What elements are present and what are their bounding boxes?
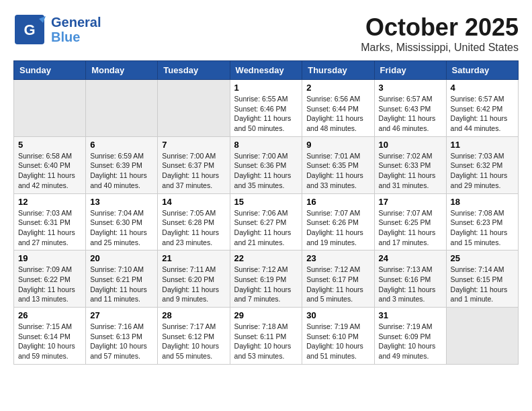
day-number: 6 [90,140,153,150]
day-info: Sunrise: 6:59 AM Sunset: 6:39 PM Dayligh… [90,151,153,191]
calendar-cell: 16Sunrise: 7:07 AM Sunset: 6:26 PM Dayli… [302,193,374,250]
logo-general: General [51,15,101,30]
day-number: 24 [379,253,442,263]
day-info: Sunrise: 7:14 AM Sunset: 6:15 PM Dayligh… [451,265,514,304]
day-info: Sunrise: 7:07 AM Sunset: 6:26 PM Dayligh… [306,208,369,248]
calendar-cell: 31Sunrise: 7:19 AM Sunset: 6:09 PM Dayli… [374,308,446,365]
calendar-week-1: 1Sunrise: 6:55 AM Sunset: 6:46 PM Daylig… [14,80,519,137]
day-info: Sunrise: 7:12 AM Sunset: 6:17 PM Dayligh… [306,265,369,304]
calendar-week-5: 26Sunrise: 7:15 AM Sunset: 6:14 PM Dayli… [14,308,519,365]
calendar-cell: 29Sunrise: 7:18 AM Sunset: 6:11 PM Dayli… [230,308,302,365]
calendar-cell: 6Sunrise: 6:59 AM Sunset: 6:39 PM Daylig… [86,136,158,193]
day-number: 28 [162,310,225,320]
day-info: Sunrise: 7:01 AM Sunset: 6:35 PM Dayligh… [306,151,369,191]
calendar-cell: 8Sunrise: 7:00 AM Sunset: 6:36 PM Daylig… [230,136,302,193]
header-sunday: Sunday [14,61,86,80]
day-info: Sunrise: 7:07 AM Sunset: 6:25 PM Dayligh… [379,208,442,248]
day-number: 12 [18,197,81,207]
calendar-cell: 14Sunrise: 7:05 AM Sunset: 6:28 PM Dayli… [158,193,230,250]
header-saturday: Saturday [446,61,518,80]
calendar-cell [14,80,86,137]
page-header: G General Blue October 2025 Marks, Missi… [13,13,519,54]
calendar-cell: 2Sunrise: 6:56 AM Sunset: 6:44 PM Daylig… [302,80,374,137]
svg-text:G: G [24,21,35,38]
header-tuesday: Tuesday [158,61,230,80]
day-number: 18 [451,197,514,207]
day-number: 15 [234,197,298,207]
calendar-cell: 9Sunrise: 7:01 AM Sunset: 6:35 PM Daylig… [302,136,374,193]
day-number: 20 [90,253,153,263]
calendar-cell: 23Sunrise: 7:12 AM Sunset: 6:17 PM Dayli… [302,250,374,308]
calendar-cell: 10Sunrise: 7:02 AM Sunset: 6:33 PM Dayli… [374,136,446,193]
calendar-table: SundayMondayTuesdayWednesdayThursdayFrid… [13,60,519,365]
day-info: Sunrise: 7:00 AM Sunset: 6:37 PM Dayligh… [162,151,225,191]
day-number: 23 [306,253,369,263]
calendar-week-3: 12Sunrise: 7:03 AM Sunset: 6:31 PM Dayli… [14,193,519,250]
calendar-cell: 26Sunrise: 7:15 AM Sunset: 6:14 PM Dayli… [14,308,86,365]
day-info: Sunrise: 7:10 AM Sunset: 6:21 PM Dayligh… [90,265,153,304]
day-info: Sunrise: 7:06 AM Sunset: 6:27 PM Dayligh… [234,208,298,248]
day-number: 9 [306,140,369,150]
day-number: 7 [162,140,225,150]
header-wednesday: Wednesday [230,61,302,80]
day-number: 16 [306,197,369,207]
calendar-cell: 17Sunrise: 7:07 AM Sunset: 6:25 PM Dayli… [374,193,446,250]
header-thursday: Thursday [302,61,374,80]
day-info: Sunrise: 7:08 AM Sunset: 6:23 PM Dayligh… [451,208,514,248]
calendar-cell: 3Sunrise: 6:57 AM Sunset: 6:43 PM Daylig… [374,80,446,137]
day-number: 4 [451,83,514,93]
day-info: Sunrise: 7:09 AM Sunset: 6:22 PM Dayligh… [18,265,81,304]
calendar-cell [86,80,158,137]
day-info: Sunrise: 7:18 AM Sunset: 6:11 PM Dayligh… [234,322,298,361]
day-number: 31 [379,310,442,320]
title-section: October 2025 Marks, Mississippi, United … [361,13,519,54]
day-info: Sunrise: 7:00 AM Sunset: 6:36 PM Dayligh… [234,151,298,191]
calendar-cell: 7Sunrise: 7:00 AM Sunset: 6:37 PM Daylig… [158,136,230,193]
calendar-cell: 28Sunrise: 7:17 AM Sunset: 6:12 PM Dayli… [158,308,230,365]
header-monday: Monday [86,61,158,80]
day-info: Sunrise: 7:19 AM Sunset: 6:09 PM Dayligh… [379,322,442,361]
day-number: 3 [379,83,442,93]
day-info: Sunrise: 7:05 AM Sunset: 6:28 PM Dayligh… [162,208,225,248]
day-number: 19 [18,253,81,263]
calendar-cell: 11Sunrise: 7:03 AM Sunset: 6:32 PM Dayli… [446,136,518,193]
day-info: Sunrise: 7:03 AM Sunset: 6:32 PM Dayligh… [451,151,514,191]
day-info: Sunrise: 6:58 AM Sunset: 6:40 PM Dayligh… [18,151,81,191]
day-number: 14 [162,197,225,207]
day-number: 21 [162,253,225,263]
logo-icon: G [13,13,46,46]
day-number: 25 [451,253,514,263]
calendar-cell: 18Sunrise: 7:08 AM Sunset: 6:23 PM Dayli… [446,193,518,250]
calendar-cell: 30Sunrise: 7:19 AM Sunset: 6:10 PM Dayli… [302,308,374,365]
day-number: 17 [379,197,442,207]
day-info: Sunrise: 6:57 AM Sunset: 6:42 PM Dayligh… [451,94,514,134]
day-info: Sunrise: 7:19 AM Sunset: 6:10 PM Dayligh… [306,322,369,361]
day-info: Sunrise: 7:17 AM Sunset: 6:12 PM Dayligh… [162,322,225,361]
day-number: 8 [234,140,298,150]
day-number: 11 [451,140,514,150]
logo-blue: Blue [51,30,101,44]
day-info: Sunrise: 7:16 AM Sunset: 6:13 PM Dayligh… [90,322,153,361]
day-info: Sunrise: 7:11 AM Sunset: 6:20 PM Dayligh… [162,265,225,304]
calendar-cell: 4Sunrise: 6:57 AM Sunset: 6:42 PM Daylig… [446,80,518,137]
calendar-header-row: SundayMondayTuesdayWednesdayThursdayFrid… [14,61,519,80]
calendar-cell [446,308,518,365]
day-number: 22 [234,253,298,263]
calendar-cell: 21Sunrise: 7:11 AM Sunset: 6:20 PM Dayli… [158,250,230,308]
day-info: Sunrise: 6:55 AM Sunset: 6:46 PM Dayligh… [234,94,298,134]
calendar-week-2: 5Sunrise: 6:58 AM Sunset: 6:40 PM Daylig… [14,136,519,193]
day-info: Sunrise: 7:12 AM Sunset: 6:19 PM Dayligh… [234,265,298,304]
calendar-cell [158,80,230,137]
day-number: 13 [90,197,153,207]
calendar-cell: 12Sunrise: 7:03 AM Sunset: 6:31 PM Dayli… [14,193,86,250]
day-info: Sunrise: 7:15 AM Sunset: 6:14 PM Dayligh… [18,322,81,361]
calendar-cell: 1Sunrise: 6:55 AM Sunset: 6:46 PM Daylig… [230,80,302,137]
calendar-cell: 13Sunrise: 7:04 AM Sunset: 6:30 PM Dayli… [86,193,158,250]
calendar-cell: 20Sunrise: 7:10 AM Sunset: 6:21 PM Dayli… [86,250,158,308]
day-info: Sunrise: 7:13 AM Sunset: 6:16 PM Dayligh… [379,265,442,304]
day-number: 27 [90,310,153,320]
location: Marks, Mississippi, United States [361,42,519,54]
day-info: Sunrise: 7:03 AM Sunset: 6:31 PM Dayligh… [18,208,81,248]
calendar-cell: 22Sunrise: 7:12 AM Sunset: 6:19 PM Dayli… [230,250,302,308]
day-info: Sunrise: 7:02 AM Sunset: 6:33 PM Dayligh… [379,151,442,191]
